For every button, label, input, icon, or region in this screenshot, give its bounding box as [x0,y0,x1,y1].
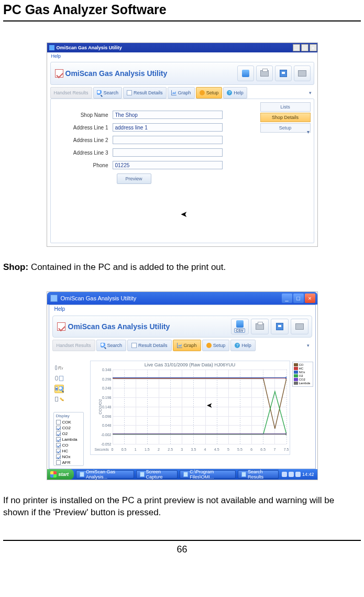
side-item-lists[interactable]: Lists [260,102,311,112]
tab-help[interactable]: ?Help [223,87,247,99]
display-item-co[interactable]: CO [54,442,83,448]
addr2-input[interactable] [113,136,223,144]
cursor-icon: ➤ [206,401,213,409]
screenshot-graph: OmiScan Gas Analysis Utiltity _ □ × Help… [47,291,318,480]
tab-label: Search [107,343,123,348]
radio-icon [55,365,57,370]
taskbar-label: Search Results [248,469,275,480]
legend-item: CO2 [294,378,312,381]
checkbox-icon [56,454,61,459]
x-tick: 6 [250,448,252,451]
tab-label: Handset Results [54,90,89,95]
chart-title: Live Gas 31/01/2009 (Raw Data) HJ06YUU [91,362,290,367]
gear-icon [206,343,212,348]
display-item-o2[interactable]: O2 [54,431,83,437]
legend-swatch [294,382,298,385]
y-tick: -0.002 [101,433,112,437]
display-item-lambda[interactable]: Lambda [54,437,83,442]
x-tick: 3 [181,448,183,451]
display-item-afr[interactable]: AFR [54,460,83,465]
display-item-co2[interactable]: CO2 [54,425,83,431]
addr3-input[interactable] [113,148,223,157]
ribbon-print-button[interactable] [294,66,311,81]
chart-lines [113,370,286,444]
tab-search[interactable]: Search [93,87,123,99]
legend-swatch [294,371,298,374]
tab-result-details[interactable]: Result Details [123,87,167,99]
side-item-shop-details[interactable]: Shop Details [260,113,311,122]
paragraph-shop-text: Contained in the PC and is added to the … [31,262,226,272]
tab-graph[interactable]: Graph [168,87,195,99]
tab-setup[interactable]: Setup [202,340,230,351]
ribbon-save-button[interactable] [271,319,289,334]
taskbar-icon [183,472,188,477]
checkbox-icon [56,431,61,436]
tool-rx[interactable]: Rx [54,364,64,372]
taskbar-button[interactable]: C:\Program Files\OMI... [180,470,236,479]
close-button[interactable]: × [305,294,315,303]
minimize-button[interactable]: _ [293,44,300,51]
display-item-hc[interactable]: HC [54,448,83,454]
minimize-button[interactable]: _ [282,294,292,303]
tool-doc[interactable] [54,374,64,383]
tab-setup[interactable]: Setup [196,87,223,99]
taskbar-label: C:\Program Files\OMI... [190,469,232,480]
plot-area[interactable]: CO2/O2 0.3480.2980.2480.1980.1480.0980.0… [113,370,286,444]
ribbon-print-preview-button[interactable] [256,66,273,81]
system-tray[interactable]: 14:42 [279,469,317,480]
phone-input[interactable] [113,161,223,169]
taskbar: start OmiScan Gas Analysis...Screen Capt… [47,469,317,480]
menu-help[interactable]: Help [54,306,65,312]
maximize-button[interactable]: □ [301,44,308,51]
maximize-button[interactable]: □ [293,294,304,303]
titlebar: OmiScan Gas Analysis Utiltity _ □ × [47,292,317,305]
tray-icon [295,472,301,477]
side-overflow[interactable]: ▾ [307,129,310,135]
display-item-nox[interactable]: NOx [54,454,83,460]
display-item-label: COK [62,420,71,425]
start-button[interactable]: start [47,469,74,480]
x-tick: 7.5 [284,448,289,451]
ribbon-csv-button[interactable] [237,66,254,81]
tabs-overflow[interactable]: ▾ [307,87,314,99]
tray-icon [282,472,287,477]
ribbon-save-button[interactable] [275,66,292,81]
ribbon-print-button[interactable] [291,319,308,334]
tabs-overflow[interactable]: ▾ [305,340,312,351]
shop-form: Shop Name Address Line 1 Address Line 2 … [65,111,223,184]
window-title: OmiScan Gas Analysis Utility [57,45,122,50]
checkbox-icon [56,420,61,425]
tab-graph[interactable]: Graph [173,340,201,351]
app-brand: OmiScan Gas Analysis Utility [53,322,170,331]
display-item-label: CO [62,443,69,448]
tab-help[interactable]: ?Help [230,340,256,351]
tab-label: Setup [206,90,219,95]
tab-label: Search [104,90,119,95]
side-item-setup[interactable]: Setup [260,123,311,133]
tool-annotate[interactable] [54,395,64,404]
ribbon-print-preview-button[interactable] [251,319,269,334]
taskbar-button[interactable]: OmiScan Gas Analysis... [76,470,134,479]
taskbar-button[interactable]: Search Results [238,470,279,479]
tab-result-details[interactable]: Result Details [127,340,172,351]
app-brand: OmiScan Gas Analysis Utility [51,69,168,78]
tab-handset-results[interactable]: Handset Results [50,87,92,99]
taskbar-button[interactable]: Screen Capture [136,470,178,479]
menu-help[interactable]: Help [51,53,61,59]
tab-label: Graph [178,90,191,95]
legend-item: CO [294,363,312,366]
display-panel: Display COKCO2O2LambdaCOHCNOxAFR [53,412,84,466]
ribbon-csv-button[interactable]: CSV [231,319,249,334]
save-icon [280,70,287,77]
preview-button[interactable]: Preview [117,173,151,184]
display-item-cok[interactable]: COK [54,419,83,425]
tool-zoom[interactable] [54,385,64,393]
close-button[interactable]: × [310,44,317,51]
tab-search[interactable]: Search [96,340,127,351]
window-title: OmiScan Gas Analysis Utiltity [61,295,137,301]
tab-label: Result Details [138,343,168,348]
addr1-input[interactable] [113,123,223,132]
y-tick: 0.198 [102,396,112,399]
shop-name-input[interactable] [113,111,223,119]
tab-handset-results[interactable]: Handset Results [52,340,95,351]
